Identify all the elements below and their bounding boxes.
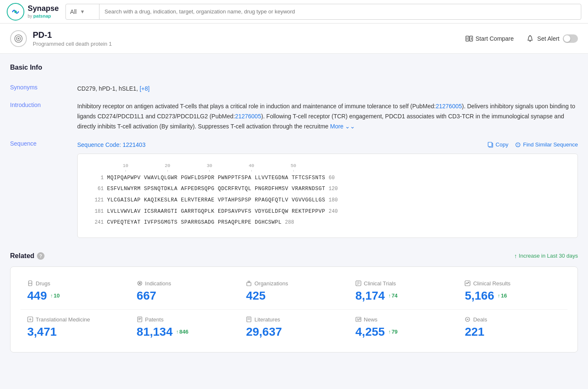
synonyms-text: CD279, hPD-1, hSLE1, xyxy=(77,85,138,92)
clinical-trials-increase-arrow: ↑ xyxy=(388,293,391,299)
sequence-code-link[interactable]: Sequence Code: 1221403 xyxy=(77,140,146,149)
ruler-tick-10: 10 xyxy=(105,162,146,170)
seq-num-right-5: 288 xyxy=(285,218,294,227)
seq-num-left-4: 181 xyxy=(88,207,104,217)
stat-literatures[interactable]: Literatures 29,637 xyxy=(239,311,349,344)
svg-point-9 xyxy=(530,40,531,42)
stat-clinical-trials[interactable]: Clinical Trials 8,174 ↑ 74 xyxy=(349,275,458,308)
svg-point-1 xyxy=(14,10,17,13)
synonyms-more-link[interactable]: [+8] xyxy=(140,85,150,92)
sequence-box: 10 20 30 40 50 1 MQIPQAPWPV VWAVLQLGWR P… xyxy=(77,154,578,238)
introduction-label: Introduction xyxy=(10,97,77,136)
entity-header: PD-1 Programmed cell death protein 1 Sta… xyxy=(0,23,588,54)
stat-clinical-results[interactable]: Clinical Results 5,166 ↑ 16 xyxy=(458,275,567,308)
find-similar-label: Find Similar Sequence xyxy=(523,141,578,149)
stat-patents[interactable]: Patents 81,134 ↑ 846 xyxy=(130,311,240,344)
intro-more-link[interactable]: More ⌄⌄ xyxy=(330,123,355,130)
sequence-label: Sequence xyxy=(10,136,77,242)
stat-organizations-label: Organizations xyxy=(254,280,288,287)
ruler-tick-30: 30 xyxy=(188,162,230,170)
seq-num-left-1: 1 xyxy=(88,174,104,183)
entity-title-area: PD-1 Programmed cell death protein 1 xyxy=(33,30,461,47)
find-similar-button[interactable]: Find Similar Sequence xyxy=(515,141,578,149)
news-icon xyxy=(355,316,361,322)
search-type-dropdown[interactable]: All ▼ xyxy=(66,4,99,19)
stat-clinical-trials-category: Clinical Trials xyxy=(355,280,452,287)
seq-num-right-4: 240 xyxy=(329,207,338,217)
stat-translational-medicine[interactable]: Translational Medicine 3,471 xyxy=(21,311,130,344)
copy-button[interactable]: Copy xyxy=(488,141,508,149)
seq-num-left-5: 241 xyxy=(88,218,104,227)
stat-organizations-value: 425 xyxy=(246,289,342,303)
stat-clinical-trials-number: 8,174 xyxy=(355,289,385,303)
intro-text-1: Inhibitory receptor on antigen activated… xyxy=(77,103,436,110)
set-alert-area: Set Alert xyxy=(526,34,578,43)
stat-clinical-results-category: Clinical Results xyxy=(465,280,561,287)
stat-news-label: News xyxy=(364,316,378,323)
start-compare-button[interactable]: Start Compare xyxy=(461,32,518,45)
drugs-increase-count: 10 xyxy=(54,292,60,299)
clinical-results-increase-count: 16 xyxy=(501,292,507,299)
seq-body-5: CVPEQTEYAT IVFPSGMGTS SPARRGSADG PRSAQPL… xyxy=(107,218,282,227)
stat-organizations[interactable]: Organizations 425 xyxy=(239,275,349,308)
logo-by: by patsnap xyxy=(28,13,59,19)
related-info-icon[interactable]: ? xyxy=(37,252,44,260)
stat-patents-value: 81,134 ↑ 846 xyxy=(137,325,233,339)
stat-organizations-category: Organizations xyxy=(246,280,342,287)
synonyms-value: CD279, hPD-1, hSLE1, [+8] xyxy=(77,80,578,97)
seq-num-right-2: 120 xyxy=(329,185,338,194)
related-title-area: Related ? xyxy=(10,252,44,260)
svg-point-15 xyxy=(517,145,518,146)
indications-icon xyxy=(137,280,143,286)
clinical-results-increase-arrow: ↑ xyxy=(497,293,500,299)
stat-news-value: 4,255 ↑ 79 xyxy=(355,325,452,339)
ruler-tick-50: 50 xyxy=(272,162,314,170)
copy-label: Copy xyxy=(496,141,508,149)
stats-divider xyxy=(21,309,567,310)
stat-indications-number: 667 xyxy=(137,289,157,303)
search-area: All ▼ xyxy=(65,4,581,20)
pubmed-link-1[interactable]: 21276005 xyxy=(436,103,462,110)
stat-clinical-trials-value: 8,174 ↑ 74 xyxy=(355,289,452,303)
stat-translational-category: Translational Medicine xyxy=(27,316,123,323)
introduction-row: Introduction Inhibitory receptor on anti… xyxy=(10,97,578,136)
stat-indications-label: Indications xyxy=(145,280,171,287)
stat-deals-number: 221 xyxy=(465,325,484,339)
stat-drugs-value: 449 ↑ 10 xyxy=(27,289,123,303)
search-input[interactable] xyxy=(99,8,581,15)
news-increase-count: 79 xyxy=(392,329,397,335)
stat-deals-category: Deals xyxy=(465,316,561,323)
patents-icon xyxy=(137,316,143,322)
pubmed-link-2[interactable]: 21276005 xyxy=(235,113,261,120)
stat-news[interactable]: News 4,255 ↑ 79 xyxy=(349,311,458,344)
svg-point-4 xyxy=(18,38,19,39)
translational-medicine-icon xyxy=(27,316,33,322)
svg-rect-22 xyxy=(247,282,251,286)
svg-rect-32 xyxy=(138,317,142,322)
stat-deals[interactable]: Deals 221 xyxy=(458,311,567,344)
set-alert-toggle[interactable] xyxy=(563,34,578,43)
find-similar-icon xyxy=(515,142,521,148)
clinical-results-icon xyxy=(465,280,470,286)
stat-translational-label: Translational Medicine xyxy=(36,316,90,323)
ruler-tick-20: 20 xyxy=(146,162,188,170)
dropdown-arrow-icon: ▼ xyxy=(80,9,85,15)
stat-literatures-category: Literatures xyxy=(246,316,342,323)
stat-drugs[interactable]: Drugs 449 ↑ 10 xyxy=(21,275,130,308)
ruler-tick-40: 40 xyxy=(230,162,272,170)
related-title: Related xyxy=(10,252,34,260)
stat-indications[interactable]: Indications 667 xyxy=(130,275,240,308)
stats-row-2: Translational Medicine 3,471 Patents 81,… xyxy=(21,311,567,344)
stat-deals-label: Deals xyxy=(473,316,487,323)
entity-icon xyxy=(10,30,27,47)
alert-icon xyxy=(526,35,534,42)
news-increase-arrow: ↑ xyxy=(388,329,391,335)
compare-label: Start Compare xyxy=(476,35,514,42)
drugs-increase-arrow: ↑ xyxy=(50,293,53,299)
top-nav: Synapse by patsnap All ▼ xyxy=(0,0,588,23)
sequence-header: Sequence Code: 1221403 Copy xyxy=(77,140,578,149)
logo-icon xyxy=(7,3,24,21)
logo-patsnap: patsnap xyxy=(33,13,51,18)
set-alert-label: Set Alert xyxy=(537,35,559,42)
stat-literatures-value: 29,637 xyxy=(246,325,342,339)
